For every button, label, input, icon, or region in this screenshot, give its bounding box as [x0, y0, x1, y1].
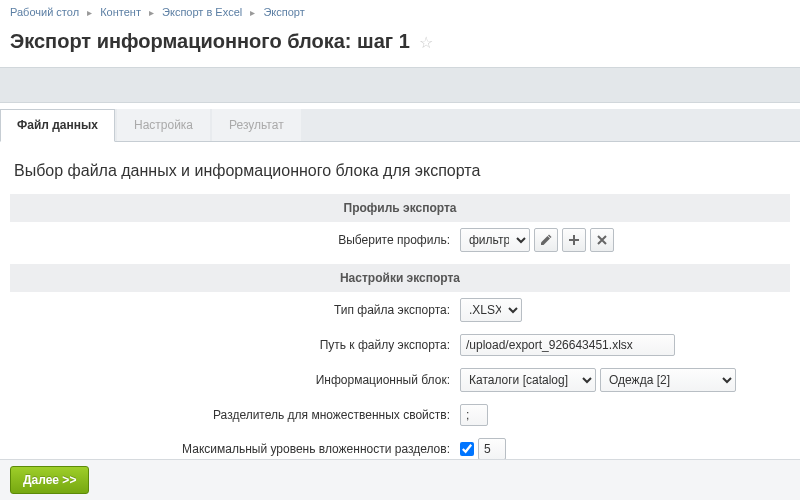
page-title: Экспорт информационного блока: шаг 1 — [10, 30, 410, 52]
pencil-icon — [540, 234, 552, 246]
plus-icon — [568, 234, 580, 246]
label-filetype: Тип файла экспорта: — [10, 303, 460, 317]
tab-result: Результат — [212, 109, 301, 141]
breadcrumb-item[interactable]: Экспорт — [263, 6, 304, 18]
select-profile[interactable]: фильтр — [460, 228, 530, 252]
breadcrumb-item[interactable]: Контент — [100, 6, 141, 18]
input-separator[interactable] — [460, 404, 488, 426]
tabs: Файл данных Настройка Результат — [0, 109, 800, 142]
edit-profile-button[interactable] — [534, 228, 558, 252]
chevron-right-icon: ▸ — [250, 7, 255, 18]
footer-bar: Далее >> — [0, 459, 800, 500]
row-iblock: Информационный блок: Каталоги [catalog] … — [10, 362, 790, 398]
checkbox-maxdepth[interactable] — [460, 442, 474, 456]
tab-file[interactable]: Файл данных — [0, 109, 115, 142]
close-icon — [596, 234, 608, 246]
breadcrumb-item[interactable]: Экспорт в Excel — [162, 6, 242, 18]
next-button[interactable]: Далее >> — [10, 466, 89, 494]
select-iblock[interactable]: Одежда [2] — [600, 368, 736, 392]
row-profile: Выберите профиль: фильтр — [10, 222, 790, 258]
row-separator: Разделитель для множественных свойств: — [10, 398, 790, 432]
chevron-right-icon: ▸ — [149, 7, 154, 18]
chevron-right-icon: ▸ — [87, 7, 92, 18]
favorite-star-icon[interactable]: ☆ — [419, 33, 433, 52]
breadcrumb: Рабочий стол ▸ Контент ▸ Экспорт в Excel… — [0, 0, 800, 24]
page-title-bar: Экспорт информационного блока: шаг 1 ☆ — [0, 24, 800, 67]
add-profile-button[interactable] — [562, 228, 586, 252]
label-maxdepth: Максимальный уровень вложенности раздело… — [10, 442, 460, 456]
section-header-profile: Профиль экспорта — [10, 194, 790, 222]
content-heading: Выбор файла данных и информационного бло… — [14, 162, 790, 180]
input-maxdepth[interactable] — [478, 438, 506, 460]
label-separator: Разделитель для множественных свойств: — [10, 408, 460, 422]
label-profile: Выберите профиль: — [10, 233, 460, 247]
tab-settings: Настройка — [117, 109, 210, 141]
select-iblock-type[interactable]: Каталоги [catalog] — [460, 368, 596, 392]
tab-content: Выбор файла данных и информационного бло… — [0, 142, 800, 500]
delete-profile-button[interactable] — [590, 228, 614, 252]
label-iblock: Информационный блок: — [10, 373, 460, 387]
row-path: Путь к файлу экспорта: — [10, 328, 790, 362]
section-header-export: Настройки экспорта — [10, 264, 790, 292]
breadcrumb-item[interactable]: Рабочий стол — [10, 6, 79, 18]
label-path: Путь к файлу экспорта: — [10, 338, 460, 352]
toolbar — [0, 67, 800, 103]
input-path[interactable] — [460, 334, 675, 356]
select-filetype[interactable]: .XLSX — [460, 298, 522, 322]
row-filetype: Тип файла экспорта: .XLSX — [10, 292, 790, 328]
